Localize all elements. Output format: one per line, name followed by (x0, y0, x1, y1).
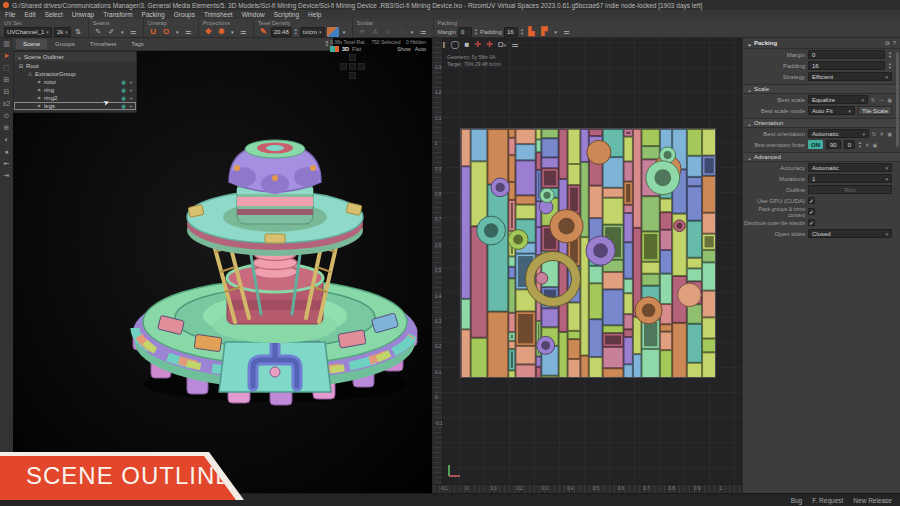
similar-stack-icon[interactable]: ≋ (357, 26, 368, 37)
collapse-icon[interactable]: ⌄ (747, 154, 752, 161)
texel-density-field[interactable]: 20.48 (271, 27, 292, 37)
uvset-options-icon[interactable]: ⇅ (73, 26, 84, 37)
padding-spinner[interactable]: ▲▼ (520, 28, 524, 34)
seam-erase-icon[interactable]: ✐ (106, 26, 117, 37)
panel-dock-icon[interactable]: ⧉ (885, 40, 889, 47)
texel-unit-dropdown[interactable]: tx/cm▾ (300, 27, 325, 37)
refresh-icon[interactable]: ↻ (871, 97, 876, 103)
packing-settings-icon[interactable]: ⚌ (561, 26, 572, 37)
finder-on-toggle[interactable]: ON (808, 140, 823, 149)
accuracy-dropdown[interactable]: Automatic▾ (808, 163, 892, 172)
left-tool-icon-0[interactable]: ▥ (3, 40, 10, 48)
collapse-icon[interactable]: ⌄ (17, 53, 22, 60)
left-tool-icon-3[interactable]: ⊞ (4, 76, 10, 84)
menu-item[interactable]: Unwrap (72, 11, 94, 18)
left-tool-icon-4[interactable]: ⊟ (4, 88, 10, 96)
magnet-snap-icon[interactable]: Ω▾ (498, 40, 507, 49)
status-link[interactable]: New Release (853, 497, 892, 504)
map-size-dropdown[interactable]: 2k▾ (54, 27, 71, 37)
move-island-icon[interactable]: ✛ (486, 40, 493, 49)
left-tool-icon-8[interactable]: ◐ (4, 136, 8, 144)
finder-step-field[interactable]: 90 (826, 140, 841, 149)
uv-layout-map[interactable] (460, 128, 716, 378)
add-icon[interactable]: + (128, 87, 134, 93)
add-icon[interactable]: + (128, 95, 134, 101)
packing-dropdown-icon[interactable]: ▾ (552, 26, 559, 37)
collapse-icon[interactable]: ⌄ (747, 40, 752, 47)
add-icon[interactable]: + (128, 103, 134, 109)
strategy-dropdown[interactable]: Efficient▾ (808, 72, 892, 81)
menu-item[interactable]: File (5, 11, 15, 18)
tree-row-ring[interactable]: ✦ring◉+ (14, 86, 136, 94)
clear-icon[interactable]: ✕ (865, 142, 870, 148)
left-tool-icon-6[interactable]: ⊙ (4, 112, 10, 120)
similar-box-icon[interactable]: ⬚ (396, 26, 407, 37)
panel-scrollbar[interactable] (896, 52, 899, 147)
menu-item[interactable]: Transform (103, 11, 132, 18)
move-pivot-icon[interactable]: ✛ (474, 40, 481, 49)
display-mode-icon[interactable] (330, 46, 339, 52)
seams-settings-icon[interactable]: ⚌ (128, 26, 139, 37)
clear-icon[interactable]: ✕ (880, 131, 885, 137)
seam-brush-icon[interactable]: ✎ (93, 26, 104, 37)
menu-item[interactable]: Select (45, 11, 63, 18)
padding-field[interactable]: 16 (808, 61, 885, 70)
viewport-uv[interactable]: ▣ ◯ ■ ✛ ✛ Ω▾ ⚌ Geometry: 5y 58m 0A Targe… (434, 38, 742, 493)
unwrap-dropdown-icon[interactable]: ▾ (174, 26, 181, 37)
similar-align-icon[interactable]: A (370, 26, 381, 37)
menu-item[interactable]: Window (242, 11, 265, 18)
left-tool-icon-10[interactable]: ⇤ (4, 160, 10, 168)
uv-channel-dropdown[interactable]: UVChannel_1▾ (4, 27, 52, 37)
collapse-icon[interactable]: ⌄ (747, 120, 752, 127)
show-button[interactable]: Show (397, 46, 411, 52)
margin-spinner[interactable]: ▲▼ (888, 51, 892, 57)
mode-3d-tab[interactable]: 3D (342, 46, 349, 52)
projection-planar-icon[interactable]: ✹ (216, 26, 227, 37)
menu-item[interactable]: Groups (174, 11, 195, 18)
pack-button[interactable]: ▙ (526, 26, 537, 37)
tree-row-root[interactable]: ⊟Root (14, 62, 136, 70)
auto-button[interactable]: Auto (415, 46, 426, 52)
left-tool-icon-1[interactable]: ➤ (4, 52, 10, 60)
refresh-icon[interactable]: ↻ (872, 131, 877, 137)
tree-row-extractorgroup[interactable]: ⚠ExtractorGroup (14, 70, 136, 78)
add-icon[interactable]: + (128, 79, 134, 85)
texel-spinner[interactable]: ▲▼ (294, 28, 298, 34)
tree-row-rotor[interactable]: ✦rotor◉+ (14, 78, 136, 86)
status-link[interactable]: Bug (791, 497, 803, 504)
visibility-icon[interactable]: ◉ (887, 97, 892, 103)
circle-select-icon[interactable]: ◯ (451, 40, 460, 49)
collapse-icon[interactable]: ⌄ (747, 86, 752, 93)
tree-row-legs[interactable]: ✦legs◉+ (14, 102, 136, 110)
best-scale-mode-dropdown[interactable]: Auto Fit▾ (808, 106, 855, 115)
minus-icon[interactable]: — (879, 97, 885, 103)
distribute-checkbox[interactable]: ✓ (808, 219, 815, 226)
margin-spinner[interactable]: ▲▼ (474, 28, 478, 34)
outline-slider[interactable]: Run (808, 185, 892, 194)
best-orientation-dropdown[interactable]: Automatic▾ (808, 129, 869, 138)
left-tool-icon-7[interactable]: ⊕ (4, 124, 10, 132)
menu-item[interactable]: Help (308, 11, 321, 18)
navigation-widget[interactable] (340, 54, 366, 80)
eye-icon[interactable]: ◉ (121, 79, 126, 85)
visibility-icon[interactable]: ◉ (887, 131, 892, 137)
margin-field[interactable]: 0 (808, 50, 885, 59)
eye-icon[interactable]: ◉ (121, 95, 126, 101)
similar-settings-icon[interactable]: ⚌ (418, 26, 429, 37)
tree-row-ring2[interactable]: ✦ring2◉+ (14, 94, 136, 102)
similar-grid-icon[interactable]: ⌗ (383, 26, 394, 37)
padding-field[interactable]: 16 (504, 27, 518, 37)
left-tool-icon-9[interactable]: ● (4, 148, 8, 156)
fill-select-icon[interactable]: ■ (465, 40, 470, 49)
eye-icon[interactable]: ◉ (121, 103, 126, 109)
visibility-icon[interactable]: ◉ (873, 142, 878, 148)
outliner-tab-scene[interactable]: Scene (16, 39, 47, 49)
texel-picker-icon[interactable]: ✎ (258, 26, 269, 37)
pack-groups-checkbox[interactable]: ✓ (808, 208, 815, 215)
menu-item[interactable]: Packing (142, 11, 165, 18)
open-sides-dropdown[interactable]: Closed▾ (808, 229, 892, 238)
padding-spinner[interactable]: ▲▼ (888, 62, 892, 68)
gpu-checkbox[interactable]: ✓ (808, 197, 815, 204)
uv-settings-icon[interactable]: ⚌ (511, 40, 518, 49)
repack-button[interactable]: ▛ (539, 26, 550, 37)
